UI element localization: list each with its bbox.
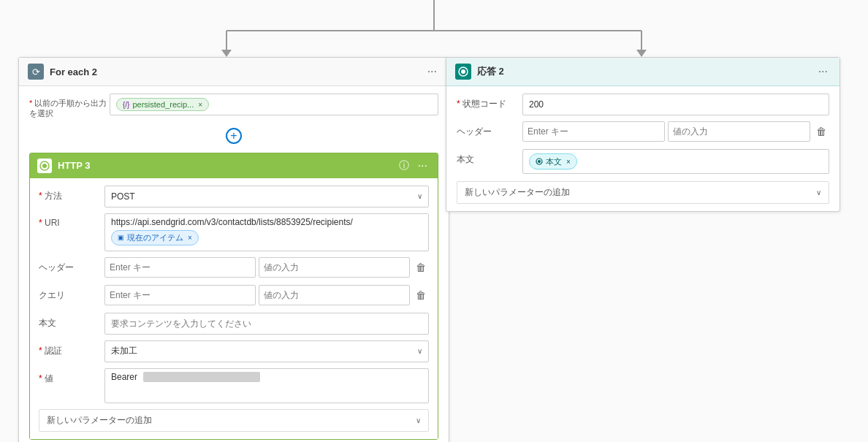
header-label: ヘッダー bbox=[39, 257, 104, 274]
resp-header-val-input[interactable] bbox=[668, 121, 810, 142]
current-item-tag: ▣ 現在のアイテム × bbox=[111, 230, 199, 245]
foreach-header: ⟳ For each 2 ··· bbox=[19, 58, 449, 86]
status-row: 状態コード bbox=[457, 94, 829, 115]
query-key-input[interactable] bbox=[104, 285, 256, 305]
body-label: 本文 bbox=[39, 313, 104, 329]
foreach-select-row: 以前の手順から出力を選択 {/} persisted_recip... × bbox=[29, 94, 438, 119]
resp-header-kv-row: 🗑 bbox=[522, 121, 829, 142]
http-info-button[interactable]: ⓘ bbox=[399, 159, 409, 172]
auth-row: 認証 未加工 ∨ bbox=[39, 340, 429, 362]
status-input[interactable] bbox=[522, 94, 829, 115]
http-header: HTTP 3 ⓘ ··· bbox=[30, 153, 438, 178]
current-item-tag-close[interactable]: × bbox=[188, 234, 192, 242]
query-val-input[interactable] bbox=[259, 285, 410, 305]
query-kv-row: 🗑 bbox=[104, 285, 429, 305]
persisted-tag: {/} persisted_recip... × bbox=[116, 98, 209, 111]
auth-chevron-icon: ∨ bbox=[417, 347, 422, 355]
foreach-dots-button[interactable]: ··· bbox=[425, 64, 440, 79]
value-label: 値 bbox=[39, 368, 104, 385]
body-tag: 本文 × bbox=[529, 153, 577, 169]
http-title: HTTP 3 bbox=[58, 160, 399, 171]
bearer-prefix: Bearer bbox=[111, 372, 137, 382]
resp-header-label: ヘッダー bbox=[457, 121, 522, 138]
svg-point-11 bbox=[538, 160, 541, 163]
response-header: 応答 2 ··· bbox=[446, 58, 840, 86]
query-row: クエリ 🗑 bbox=[39, 285, 429, 307]
response-icon bbox=[455, 64, 471, 80]
foreach-select-content: {/} persisted_recip... × bbox=[110, 94, 438, 115]
foreach-body: 以前の手順から出力を選択 {/} persisted_recip... × + bbox=[19, 86, 449, 442]
body-tag-close[interactable]: × bbox=[566, 158, 571, 166]
resp-add-param-chevron-icon: ∨ bbox=[816, 188, 821, 197]
status-label: 状態コード bbox=[457, 94, 522, 110]
body-input[interactable] bbox=[104, 313, 429, 335]
uri-field[interactable]: https://api.sendgrid.com/v3/contactdb/li… bbox=[104, 213, 429, 251]
foreach-select-label: 以前の手順から出力を選択 bbox=[29, 94, 110, 119]
uri-row: URI https://api.sendgrid.com/v3/contactd… bbox=[39, 213, 429, 251]
header-kv-row: 🗑 bbox=[104, 257, 429, 278]
foreach-title: For each 2 bbox=[50, 66, 425, 77]
resp-header-row: ヘッダー 🗑 bbox=[457, 121, 829, 143]
add-item-button[interactable]: + bbox=[226, 128, 242, 144]
response-card: 応答 2 ··· 状態コード ヘッダー 🗑 bbox=[446, 57, 840, 212]
svg-marker-3 bbox=[221, 50, 232, 57]
method-label: 方法 bbox=[39, 186, 104, 202]
auth-label: 認証 bbox=[39, 340, 104, 357]
svg-point-7 bbox=[42, 164, 47, 168]
resp-header-key-input[interactable] bbox=[522, 121, 665, 142]
resp-body-row: 本文 本文 × bbox=[457, 149, 829, 174]
add-param-chevron-icon: ∨ bbox=[416, 416, 421, 424]
response-dots-button[interactable]: ··· bbox=[815, 64, 831, 79]
query-label: クエリ bbox=[39, 285, 104, 302]
header-delete-icon[interactable]: 🗑 bbox=[413, 260, 429, 275]
svg-marker-5 bbox=[636, 50, 647, 57]
method-row: 方法 POST ∨ bbox=[39, 186, 429, 207]
svg-point-9 bbox=[461, 69, 465, 74]
method-select[interactable]: POST ∨ bbox=[104, 186, 429, 207]
body-row: 本文 bbox=[39, 313, 429, 335]
resp-add-param-button[interactable]: 新しいパラメーターの追加 ∨ bbox=[457, 181, 829, 204]
method-chevron-icon: ∨ bbox=[417, 192, 422, 200]
auth-select[interactable]: 未加工 ∨ bbox=[104, 340, 429, 362]
resp-body-label: 本文 bbox=[457, 149, 522, 166]
value-row: 値 Bearer bbox=[39, 368, 429, 403]
foreach-card: ⟳ For each 2 ··· 以前の手順から出力を選択 {/} persis… bbox=[18, 57, 449, 442]
header-row: ヘッダー 🗑 bbox=[39, 257, 429, 279]
uri-label: URI bbox=[39, 213, 104, 228]
header-val-input[interactable] bbox=[259, 257, 410, 278]
resp-body-field[interactable]: 本文 × bbox=[522, 149, 829, 174]
query-delete-icon[interactable]: 🗑 bbox=[413, 288, 429, 302]
http-dots-button[interactable]: ··· bbox=[415, 159, 430, 173]
http-inner-card: HTTP 3 ⓘ ··· 方法 POST ∨ bbox=[29, 153, 438, 440]
bearer-field[interactable]: Bearer bbox=[104, 368, 429, 403]
resp-header-delete-icon[interactable]: 🗑 bbox=[813, 124, 829, 139]
http-add-param-button[interactable]: 新しいパラメーターの追加 ∨ bbox=[39, 409, 429, 432]
header-key-input[interactable] bbox=[104, 257, 256, 278]
persisted-tag-close[interactable]: × bbox=[198, 101, 202, 109]
response-body: 状態コード ヘッダー 🗑 本文 bbox=[446, 86, 840, 211]
foreach-icon: ⟳ bbox=[28, 64, 44, 80]
response-title: 応答 2 bbox=[477, 65, 815, 78]
bearer-redacted-value bbox=[143, 372, 260, 382]
http-body: 方法 POST ∨ URI https:// bbox=[30, 178, 438, 439]
